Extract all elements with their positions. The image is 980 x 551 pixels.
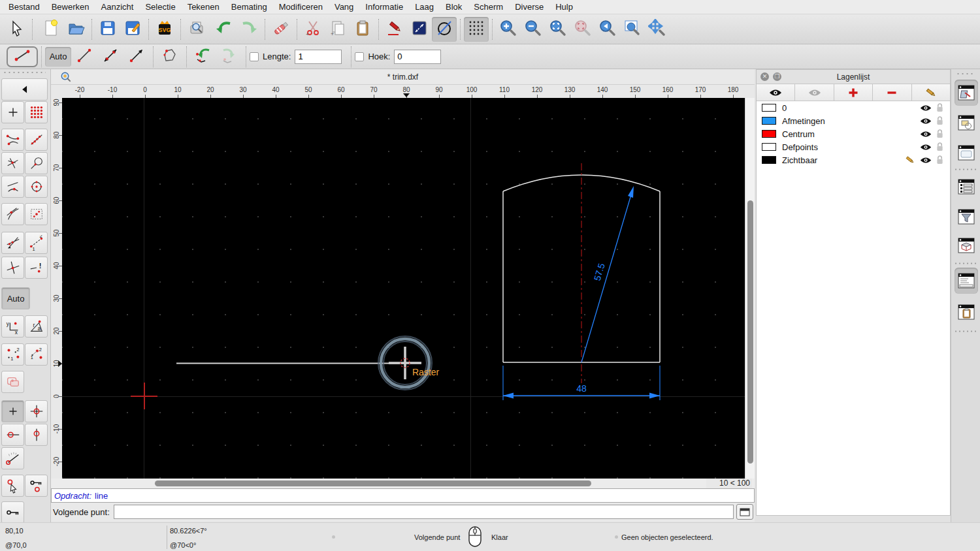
v-scrollbar-thumb[interactable]	[747, 200, 753, 464]
snap-on-entity-button[interactable]	[25, 129, 48, 151]
key-button[interactable]	[1, 501, 24, 524]
svg-export-button[interactable]: SVG	[152, 17, 177, 42]
document-titlebar[interactable]: * trim.dxf	[51, 69, 755, 85]
snap-auto-button[interactable]: Auto	[1, 287, 30, 309]
redo-button[interactable]	[237, 17, 261, 42]
snap-grid-button[interactable]	[25, 101, 48, 123]
snap-middle-button[interactable]	[25, 203, 48, 225]
snap-free-2-button[interactable]	[1, 400, 24, 422]
layer-lock-icon[interactable]	[936, 116, 943, 125]
library-dock-button[interactable]	[955, 232, 978, 259]
pan-button[interactable]	[645, 17, 670, 42]
snap-center-button[interactable]	[25, 176, 48, 198]
layer-visible-icon[interactable]	[920, 117, 932, 125]
coordinate-xy-button[interactable]: yx	[1, 315, 24, 338]
open-file-button[interactable]	[63, 17, 88, 42]
menu-informatie[interactable]: Informatie	[359, 2, 409, 12]
line-auto-button[interactable]: Auto	[45, 47, 71, 67]
menu-scherm[interactable]: Scherm	[468, 2, 509, 12]
layer-row-zichtbaar[interactable]: Zichtbaar	[757, 153, 950, 166]
menu-blok[interactable]: Blok	[440, 2, 468, 12]
absolute-point-button[interactable]: 12	[25, 343, 48, 366]
menu-bemating[interactable]: Bemating	[225, 2, 273, 12]
relative-point-button[interactable]: 12	[1, 343, 24, 366]
snap-back-button[interactable]	[1, 78, 48, 101]
layer-row-defpoints[interactable]: Defpoints	[757, 140, 950, 153]
menu-hulp[interactable]: Hulp	[549, 2, 579, 12]
layer-visible-icon[interactable]	[920, 143, 932, 151]
layer-lock-icon[interactable]	[936, 103, 943, 112]
menu-bestand[interactable]: Bestand	[3, 2, 46, 12]
redo-segment-button[interactable]	[216, 46, 242, 67]
zoom-previous-button[interactable]	[595, 17, 620, 42]
snap-intersection-button[interactable]	[1, 152, 24, 174]
copy-button[interactable]: +	[325, 17, 350, 42]
add-layer-button[interactable]	[834, 84, 873, 101]
line-two-points-button[interactable]	[71, 46, 97, 67]
snap-distance-button[interactable]: 12	[25, 232, 48, 254]
restrict-horizontal-button[interactable]	[1, 424, 24, 446]
snap-angle-button[interactable]	[1, 447, 24, 469]
layer-list-dock-button[interactable]	[955, 80, 978, 106]
circle-line-button[interactable]	[432, 17, 457, 42]
line-tool-button[interactable]	[7, 46, 38, 67]
coordinate-polar-button[interactable]: ra	[25, 315, 48, 338]
snap-entity-circle-button[interactable]	[25, 152, 48, 174]
new-document-button[interactable]	[39, 17, 63, 42]
save-as-button[interactable]	[120, 17, 145, 42]
zoom-in-button[interactable]	[496, 17, 521, 42]
lengte-input[interactable]	[295, 50, 342, 64]
snap-restriction-off-button[interactable]	[1, 371, 24, 393]
zoom-window-button[interactable]	[620, 17, 645, 42]
command-widget-dock-button[interactable]	[955, 268, 978, 294]
set-relative-zero-button[interactable]	[25, 475, 48, 497]
restrict-orthogonal-button[interactable]	[1, 257, 24, 279]
snap-endpoint-button[interactable]	[1, 129, 24, 151]
property-list-dock-button[interactable]	[955, 174, 978, 200]
print-preview-button[interactable]	[184, 17, 209, 42]
paste-button[interactable]	[350, 17, 375, 42]
layer-lock-icon[interactable]	[936, 129, 943, 138]
menu-diverse[interactable]: Diverse	[509, 2, 549, 12]
delete-button[interactable]	[269, 17, 293, 42]
undo-button[interactable]	[212, 17, 237, 42]
filter-dock-button[interactable]	[955, 204, 978, 230]
layer-lock-icon[interactable]	[936, 142, 943, 151]
zoom-auto-button[interactable]	[546, 17, 570, 42]
snap-free-button[interactable]	[1, 101, 24, 123]
layer-visible-icon[interactable]	[920, 104, 932, 112]
zoom-selection-button[interactable]	[570, 17, 595, 42]
lengte-checkbox[interactable]	[250, 52, 259, 61]
line-ray-button[interactable]	[123, 46, 150, 67]
menu-aanzicht[interactable]: Aanzicht	[95, 2, 140, 12]
dimension-button[interactable]	[407, 17, 432, 42]
layer-lock-icon[interactable]	[936, 155, 943, 165]
show-all-layers-button[interactable]	[757, 84, 795, 101]
snap-tangent-button[interactable]	[1, 203, 24, 225]
layer-row-afmetingen[interactable]: Afmetingen	[757, 114, 950, 127]
dock-strip-handle[interactable]	[956, 72, 975, 75]
draw-pencil-button[interactable]	[382, 17, 407, 42]
clipboard-dock-button[interactable]	[955, 299, 978, 325]
h-scrollbar-thumb[interactable]	[155, 480, 591, 486]
grid-toggle-button[interactable]	[464, 17, 489, 42]
snap-target-button[interactable]	[25, 400, 48, 422]
layer-row-0[interactable]: 0	[757, 101, 950, 114]
lock-relative-zero-button[interactable]	[1, 475, 24, 497]
menu-laag[interactable]: Laag	[409, 2, 440, 12]
layer-row-centrum[interactable]: Centrum	[757, 127, 950, 140]
menu-vang[interactable]: Vang	[329, 2, 359, 12]
drawing-canvas[interactable]: 57.5 48 Raster	[62, 98, 745, 479]
menu-modificeren[interactable]: Modificeren	[273, 2, 329, 12]
remove-layer-button[interactable]	[873, 84, 911, 101]
layer-visible-icon[interactable]	[920, 156, 932, 165]
h-scrollbar[interactable]	[62, 479, 709, 488]
layer-visible-icon[interactable]	[920, 130, 932, 138]
hoek-checkbox[interactable]	[355, 52, 364, 61]
preview-dock-button[interactable]	[955, 140, 978, 166]
polyline-button[interactable]	[157, 46, 183, 67]
hoek-input[interactable]	[394, 50, 441, 64]
cut-button[interactable]: +	[301, 17, 325, 42]
toolbar-handle[interactable]	[3, 71, 46, 74]
restrict-vertical-button[interactable]	[25, 424, 48, 446]
